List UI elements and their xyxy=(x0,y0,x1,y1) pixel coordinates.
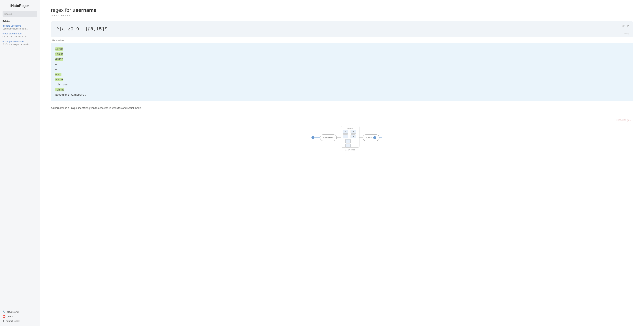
related-item-desc: Username identifier for t... xyxy=(2,28,37,30)
related-label: Related: xyxy=(2,20,37,23)
regex-box: ^[a–z0–9_–]{3,15}$ gm ⚑ copy xyxy=(51,21,633,37)
svg-text:'z': 'z' xyxy=(352,131,354,133)
description-text: A username is a unique identifier given … xyxy=(51,107,633,109)
site-logo[interactable]: iHateRegex xyxy=(2,4,37,8)
repeat-label: 2…14 times xyxy=(345,149,355,151)
footer-label: github xyxy=(7,315,13,318)
one-of-label: One of: xyxy=(347,127,353,129)
footer-icon: ✈ xyxy=(2,320,4,322)
watermark: iHateRegex xyxy=(616,119,631,121)
end-dot xyxy=(373,136,376,139)
match-highlight: abcde xyxy=(55,78,63,81)
test-line: johnny xyxy=(55,87,629,92)
test-line: ab xyxy=(55,67,629,72)
test-area[interactable]: loremipsumgr3ataababcdabcdejohn doejohnn… xyxy=(51,43,633,101)
related-item[interactable]: discord username Username identifier for… xyxy=(2,24,37,30)
test-line: john doe xyxy=(55,82,629,87)
svg-text:-: - xyxy=(349,135,350,137)
related-item-title: e.164 phone number xyxy=(2,40,37,43)
main-content: regex for username match a username ^[a–… xyxy=(40,0,644,326)
match-highlight: ipsum xyxy=(55,52,63,56)
related-item-title: discord username xyxy=(2,24,37,27)
match-highlight: gr3at xyxy=(55,58,63,61)
flag-icon[interactable]: ⚑ xyxy=(627,24,630,28)
footer-item-github[interactable]: ⭕github xyxy=(2,315,37,318)
test-line: abcde xyxy=(55,77,629,82)
match-highlight: abcd xyxy=(55,73,62,76)
svg-text:'9': '9' xyxy=(352,135,354,137)
regex-end-part: $ xyxy=(104,26,108,32)
footer-item-playground[interactable]: 🔧playground xyxy=(2,310,37,313)
regex-bold-part: {3,15} xyxy=(88,26,105,32)
page-title: regex for username xyxy=(51,7,633,13)
test-line: abcd xyxy=(55,72,629,77)
watermark-hate: Hate xyxy=(617,119,623,121)
footer-label: submit regex xyxy=(6,320,20,322)
test-line: ipsum xyxy=(55,52,629,57)
svg-text:'a': 'a' xyxy=(344,131,346,133)
related-item[interactable]: e.164 phone number E.164 is a telephone … xyxy=(2,40,37,46)
svg-text:'0': '0' xyxy=(344,135,346,137)
test-line: gr3at xyxy=(55,57,629,62)
related-item-title: credit card number xyxy=(2,32,37,35)
regex-diagram: Start of line One of: 'a' - 'z' '0' - '9… xyxy=(308,120,376,154)
regex-flags-area: gm ⚑ xyxy=(622,24,630,28)
regex-display: ^[a–z0–9_–]{3,15}$ xyxy=(56,26,628,32)
svg-text:-: - xyxy=(349,131,350,133)
logo-hate: Hate xyxy=(11,4,19,8)
match-highlight: johnny xyxy=(55,88,64,91)
footer-icon: ⭕ xyxy=(2,315,6,318)
test-line: a xyxy=(55,62,629,67)
copy-button[interactable]: copy xyxy=(624,32,630,34)
diagram-area: iHateRegex Start of line One of: 'a' - '… xyxy=(51,117,633,161)
test-line: lorem xyxy=(55,46,629,52)
match-highlight: lorem xyxy=(55,47,63,51)
related-items-list: discord username Username identifier for… xyxy=(2,24,37,48)
start-dot xyxy=(312,136,314,139)
related-item-desc: Credit card number is the... xyxy=(2,35,37,38)
search-input[interactable] xyxy=(2,11,37,17)
footer-item-submit-regex[interactable]: ✈submit regex xyxy=(2,320,37,322)
logo-suffix: Regex xyxy=(19,4,30,8)
start-of-line-label: Start of line xyxy=(323,137,334,139)
regex-flags-text: gm xyxy=(622,24,625,28)
sidebar: iHateRegex Related: discord username Use… xyxy=(0,0,40,326)
svg-text:_: _ xyxy=(347,140,349,142)
title-bold: username xyxy=(72,7,96,13)
title-prefix: regex for xyxy=(51,7,72,13)
svg-text:-: - xyxy=(348,144,348,147)
sidebar-footer: 🔧playground⭕github✈submit regex xyxy=(2,310,37,322)
footer-label: playground xyxy=(7,310,18,313)
test-line: abcdefghijklmnopqrst xyxy=(55,92,629,97)
related-item[interactable]: credit card number Credit card number is… xyxy=(2,32,37,38)
page-subtitle: match a username xyxy=(51,14,633,17)
hide-matches-toggle[interactable]: hide matches xyxy=(51,39,64,42)
regex-plain-part: ^[a–z0–9_–] xyxy=(56,26,88,32)
footer-icon: 🔧 xyxy=(2,310,6,313)
related-item-desc: E.164 is a telephone numb... xyxy=(2,43,37,46)
